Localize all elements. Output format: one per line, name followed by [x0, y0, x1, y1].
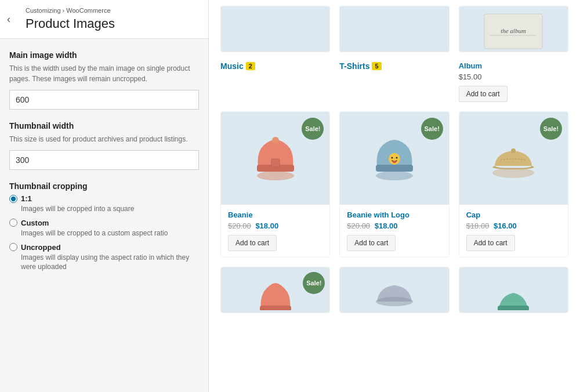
- partial-card-3: the album: [459, 6, 568, 52]
- crop-uncropped-desc: Images will display using the aspect rat…: [21, 253, 199, 273]
- beanie-product-image: [249, 132, 302, 184]
- beanie-logo-add-to-cart-button[interactable]: Add to cart: [347, 235, 396, 251]
- thumbnail-section-title: Thumbnail width: [9, 121, 199, 130]
- svg-point-14: [511, 148, 516, 153]
- cap-product-name: Cap: [466, 210, 561, 219]
- beanie-logo-product-info: Beanie with Logo $20.00 $18.00 Add to ca…: [340, 205, 448, 257]
- product-card-beanie-logo: Sale! B: [339, 111, 449, 257]
- beanie-logo-product-price: $20.00 $18.00: [347, 222, 441, 230]
- tshirts-category-link[interactable]: T-Shirts 5: [339, 61, 449, 71]
- crop-custom-radio[interactable]: [9, 219, 17, 227]
- store-content: the album Music 2 T-Shirts 5 Album: [209, 0, 580, 325]
- svg-point-3: [257, 171, 294, 180]
- main-image-width-input[interactable]: [9, 90, 199, 110]
- store-preview: the album Music 2 T-Shirts 5 Album: [209, 0, 580, 392]
- cap-product-price: $18.00 $16.00: [466, 222, 561, 230]
- panel-header: ‹ Customizing › WooCommerce Product Imag…: [0, 0, 208, 39]
- main-image-section-title: Main image width: [9, 50, 199, 60]
- bottom-sale-badge-1: Sale!: [303, 272, 325, 294]
- cap-add-to-cart-button[interactable]: Add to cart: [466, 235, 515, 251]
- thumbnail-cropping-title: Thumbnail cropping: [9, 182, 199, 191]
- svg-rect-15: [260, 306, 291, 310]
- bottom-partial-3: [459, 267, 568, 313]
- top-partial-row: the album: [220, 6, 568, 52]
- album-product-name: Album: [459, 61, 568, 70]
- cap-image-wrap: Sale!: [459, 112, 568, 205]
- crop-uncropped-label[interactable]: Uncropped: [9, 243, 199, 252]
- beanie-image-wrap: Sale!: [221, 112, 329, 205]
- svg-point-6: [272, 137, 279, 144]
- beanie-product-name: Beanie: [228, 210, 322, 219]
- beanie-add-to-cart-button[interactable]: Add to cart: [228, 235, 277, 251]
- crop-option-uncropped: Uncropped Images will display using the …: [9, 243, 199, 273]
- crop-option-1-1: 1:1 Images will be cropped into a square: [9, 194, 199, 214]
- bottom-product-image-3: [493, 270, 534, 310]
- bottom-partial-row: Sale!: [220, 267, 568, 313]
- svg-rect-17: [498, 306, 529, 310]
- beanie-logo-image-wrap: Sale!: [340, 112, 448, 205]
- tshirts-category-cell: T-Shirts 5: [339, 61, 449, 71]
- svg-point-12: [393, 161, 396, 163]
- breadcrumb: Customizing › WooCommerce: [26, 7, 199, 14]
- svg-point-16: [376, 297, 413, 306]
- product-card-beanie: Sale! Beanie $20.00: [220, 111, 330, 257]
- customizer-panel: ‹ Customizing › WooCommerce Product Imag…: [0, 0, 209, 392]
- album-add-to-cart-button[interactable]: Add to cart: [459, 86, 507, 102]
- back-button[interactable]: ‹: [7, 13, 10, 26]
- bottom-product-image-2: [374, 270, 415, 310]
- bottom-partial-1: Sale!: [220, 267, 330, 313]
- tshirts-badge: 5: [372, 62, 381, 70]
- svg-point-10: [391, 157, 393, 159]
- crop-custom-desc: Images will be cropped to a custom aspec…: [21, 228, 199, 238]
- svg-rect-5: [271, 159, 280, 167]
- thumbnail-width-input[interactable]: [9, 150, 199, 170]
- album-top-partial-image: the album: [478, 11, 548, 52]
- main-image-section-desc: This is the width used by the main image…: [9, 63, 199, 84]
- svg-text:the album: the album: [501, 27, 526, 34]
- product-card-cap: Sale! Cap: [459, 111, 568, 257]
- svg-rect-8: [376, 165, 413, 172]
- cap-product-image: [484, 132, 542, 184]
- panel-title: Product Images: [26, 16, 199, 31]
- beanie-logo-product-image: [368, 132, 420, 184]
- crop-custom-label[interactable]: Custom: [9, 219, 199, 227]
- beanie-logo-product-name: Beanie with Logo: [347, 210, 441, 219]
- music-category-link[interactable]: Music 2: [220, 61, 330, 71]
- bottom-product-image-1: [255, 270, 296, 310]
- svg-point-11: [396, 157, 397, 159]
- crop-1-1-desc: Images will be cropped into a square: [21, 204, 199, 214]
- crop-1-1-radio[interactable]: [9, 195, 17, 203]
- bottom-partial-2: [339, 267, 449, 313]
- beanie-sale-badge: Sale!: [302, 118, 324, 140]
- partial-card-1: [220, 6, 330, 52]
- album-product-info: Album $15.00 Add to cart: [459, 61, 568, 102]
- music-category-cell: Music 2: [220, 61, 330, 71]
- crop-option-custom: Custom Images will be cropped to a custo…: [9, 219, 199, 238]
- panel-body: Main image width This is the width used …: [0, 39, 208, 288]
- partial-card-2: [339, 6, 449, 52]
- cap-sale-badge: Sale!: [540, 118, 562, 140]
- beanie-product-info: Beanie $20.00 $18.00 Add to cart: [221, 205, 329, 257]
- products-grid: Sale! Beanie $20.00: [220, 111, 568, 257]
- svg-point-7: [376, 171, 413, 180]
- thumbnail-section-desc: This size is used for product archives a…: [9, 134, 199, 144]
- crop-1-1-label[interactable]: 1:1: [9, 194, 199, 203]
- album-product-price: $15.00: [459, 72, 568, 81]
- beanie-logo-sale-badge: Sale!: [421, 118, 443, 140]
- beanie-product-price: $20.00 $18.00: [228, 222, 322, 230]
- crop-uncropped-radio[interactable]: [9, 243, 17, 251]
- music-badge: 2: [246, 62, 255, 70]
- cap-product-info: Cap $18.00 $16.00 Add to cart: [459, 205, 568, 257]
